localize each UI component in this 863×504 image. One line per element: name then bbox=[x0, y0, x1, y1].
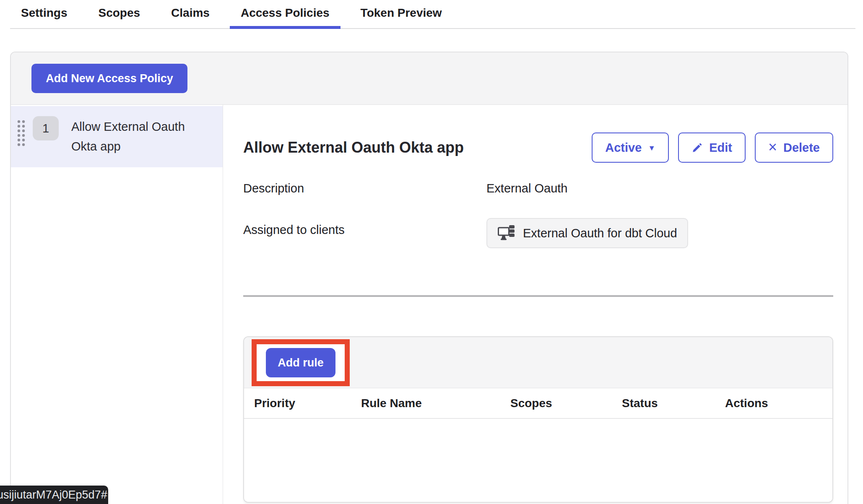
description-label: Description bbox=[243, 182, 486, 195]
column-priority: Priority bbox=[254, 397, 361, 410]
monitor-icon bbox=[497, 225, 517, 242]
policy-detail: Allow External Oauth Okta app Active ▼ E… bbox=[223, 105, 847, 504]
delete-button-label: Delete bbox=[783, 141, 820, 155]
pencil-icon bbox=[691, 142, 703, 153]
rules-table-header: Priority Rule Name Scopes Status Actions bbox=[244, 388, 832, 419]
policy-detail-header: Allow External Oauth Okta app Active ▼ E… bbox=[243, 129, 833, 166]
rules-panel-header: Add rule bbox=[244, 337, 832, 388]
add-new-access-policy-button[interactable]: Add New Access Policy bbox=[31, 64, 187, 93]
red-annotation-box: Add rule bbox=[252, 339, 350, 386]
column-status: Status bbox=[622, 397, 725, 410]
panel-header: Add New Access Policy bbox=[11, 52, 847, 105]
link-preview-tooltip: usijiutarM7Aj0Ep5d7# bbox=[0, 486, 108, 504]
tab-access-policies[interactable]: Access Policies bbox=[230, 0, 341, 29]
policy-action-buttons: Active ▼ Edit × Delete bbox=[592, 132, 833, 163]
policy-title: Allow External Oauth Okta app bbox=[243, 139, 464, 156]
tab-settings[interactable]: Settings bbox=[10, 0, 78, 29]
tab-bar: Settings Scopes Claims Access Policies T… bbox=[10, 0, 855, 29]
active-status-label: Active bbox=[605, 141, 642, 155]
rules-table-body bbox=[244, 419, 832, 502]
drag-handle-icon[interactable] bbox=[17, 120, 26, 149]
policy-fields: Description External Oauth Assigned to c… bbox=[243, 182, 833, 248]
add-rule-button[interactable]: Add rule bbox=[266, 348, 335, 377]
edit-button[interactable]: Edit bbox=[678, 132, 746, 163]
policy-list-sidebar: 1 Allow External Oauth Okta app bbox=[11, 105, 223, 504]
column-scopes: Scopes bbox=[510, 397, 622, 410]
edit-button-label: Edit bbox=[709, 141, 732, 155]
access-policies-panel: Add New Access Policy bbox=[10, 52, 848, 504]
description-row: Description External Oauth bbox=[243, 182, 833, 195]
active-status-dropdown-button[interactable]: Active ▼ bbox=[592, 132, 669, 163]
column-actions: Actions bbox=[725, 397, 809, 410]
link-preview-text: usijiutarM7Aj0Ep5d7# bbox=[0, 488, 107, 501]
assigned-client-name: External Oauth for dbt Cloud bbox=[523, 226, 677, 240]
panel-body: 1 Allow External Oauth Okta app Allow Ex… bbox=[11, 105, 847, 504]
tab-scopes[interactable]: Scopes bbox=[87, 0, 151, 29]
description-value: External Oauth bbox=[486, 182, 567, 195]
policy-name-label: Allow External Oauth Okta app bbox=[71, 117, 199, 156]
close-icon: × bbox=[768, 140, 777, 155]
rules-panel: Add rule Priority Rule Name Scopes Statu… bbox=[243, 336, 833, 503]
column-rule-name: Rule Name bbox=[361, 397, 510, 410]
assigned-client-chip[interactable]: External Oauth for dbt Cloud bbox=[486, 218, 688, 248]
chevron-down-icon: ▼ bbox=[648, 144, 655, 153]
tab-claims[interactable]: Claims bbox=[160, 0, 221, 29]
assigned-clients-row: Assigned to clients bbox=[243, 223, 833, 248]
tab-token-preview[interactable]: Token Preview bbox=[350, 0, 453, 29]
section-divider bbox=[243, 295, 833, 297]
policy-list-item[interactable]: 1 Allow External Oauth Okta app bbox=[11, 106, 223, 167]
assigned-clients-label: Assigned to clients bbox=[243, 223, 486, 237]
policy-priority-badge: 1 bbox=[33, 116, 59, 140]
delete-button[interactable]: × Delete bbox=[755, 132, 833, 163]
